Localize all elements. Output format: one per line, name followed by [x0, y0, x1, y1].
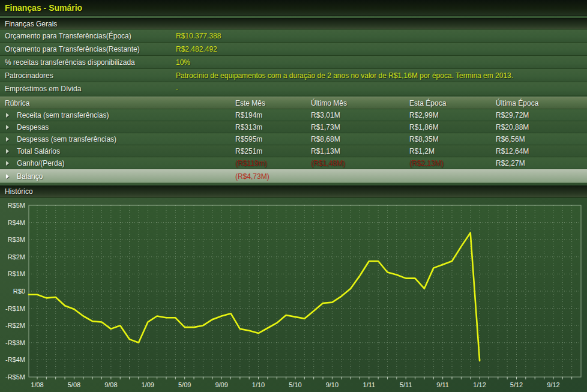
expand-arrow-icon[interactable] [6, 174, 9, 179]
section-financas-gerais: Finanças Gerais [0, 18, 587, 29]
row-label: Balanço [17, 172, 43, 181]
line-chart-canvas: R$5MR$4MR$3MR$2MR$1MR$0-R$1M-R$2M-R$3M-R… [0, 198, 587, 392]
cell-value: R$1,86M [409, 123, 439, 131]
table-row-ganho-perda[interactable]: Ganho/(Perda) (R$119m) (R$1,48M) (R$2,13… [0, 157, 587, 169]
kv-row-emprestimos: Empréstimos em Dívida - [0, 82, 587, 95]
svg-text:1/08: 1/08 [31, 381, 43, 388]
svg-text:R$4M: R$4M [8, 219, 25, 226]
table-row-despesas[interactable]: Despesas R$313m R$1,73M R$1,86M R$20,88M [0, 121, 587, 133]
cell-value: R$8,35M [409, 135, 439, 143]
svg-text:9/10: 9/10 [326, 381, 339, 388]
table-row-balanco[interactable]: Balanço (R$4,73M) [0, 169, 587, 183]
row-label: Total Salários [17, 147, 60, 155]
expand-arrow-icon[interactable] [6, 137, 9, 142]
svg-text:-R$3M: -R$3M [5, 339, 25, 346]
svg-text:1/09: 1/09 [142, 381, 154, 388]
cell-value-negative: (R$2,13M) [409, 159, 444, 167]
svg-text:9/11: 9/11 [436, 381, 449, 388]
cell-value: R$20,88M [496, 123, 529, 131]
cell-value: R$2,27M [496, 159, 525, 167]
svg-text:1/12: 1/12 [473, 381, 486, 388]
cell-value: R$29,72M [496, 111, 529, 119]
kv-value: 10% [176, 58, 190, 67]
svg-text:5/11: 5/11 [400, 381, 412, 388]
cell-value: R$2,99M [409, 111, 439, 119]
svg-text:-R$2M: -R$2M [5, 322, 25, 329]
cell-value: R$1,73M [311, 123, 340, 131]
row-label: Receita (sem transferências) [17, 111, 109, 119]
svg-text:9/09: 9/09 [215, 381, 227, 388]
row-label: Despesas (sem transferências) [17, 135, 116, 143]
column-header-este-mes: Este Mês [235, 99, 265, 107]
table-header: Rúbrica Este Mês Último Mês Esta Época Ú… [0, 97, 587, 109]
kv-value: Patrocínio de equipamentos com a duração… [176, 71, 513, 80]
cell-value: R$313m [235, 123, 262, 131]
svg-text:R$0: R$0 [13, 288, 25, 295]
section-historico: Histórico [0, 185, 587, 198]
kv-label: Orçamento para Transferências(Restante) [5, 45, 140, 53]
svg-text:5/08: 5/08 [68, 381, 80, 388]
expand-arrow-icon[interactable] [6, 149, 9, 154]
svg-text:1/10: 1/10 [252, 381, 265, 388]
svg-text:5/12: 5/12 [510, 381, 523, 388]
y-axis-labels: R$5MR$4MR$3MR$2MR$1MR$0-R$1M-R$2M-R$3M-R… [5, 202, 25, 381]
x-axis-labels: 1/085/089/081/095/099/091/105/109/101/11… [31, 381, 559, 388]
column-header-ultimo-mes: Último Mês [311, 99, 347, 107]
section-financas-gerais-label: Finanças Gerais [5, 20, 57, 28]
svg-text:-R$5M: -R$5M [5, 373, 25, 381]
balance-history-chart: R$5MR$4MR$3MR$2MR$1MR$0-R$1M-R$2M-R$3M-R… [0, 198, 587, 392]
kv-row-orcamento-restante: Orçamento para Transferências(Restante) … [0, 43, 587, 56]
svg-text:5/10: 5/10 [289, 381, 301, 388]
cell-value: R$8,68M [311, 135, 340, 143]
cell-value-negative: (R$4,73M) [235, 172, 269, 181]
svg-text:R$1M: R$1M [8, 270, 25, 277]
kv-value: - [176, 85, 178, 93]
cell-value: R$3,01M [311, 111, 340, 119]
column-header-rubrica: Rúbrica [5, 99, 29, 107]
svg-text:R$2M: R$2M [8, 253, 25, 261]
expand-arrow-icon[interactable] [6, 161, 9, 166]
column-header-esta-epoca: Esta Época [409, 99, 446, 107]
kv-row-percent-receitas: % receitas transferências disponibilizad… [0, 56, 587, 69]
table-row-receita[interactable]: Receita (sem transferências) R$194m R$3,… [0, 109, 587, 121]
kv-row-orcamento-epoca: Orçamento para Transferências(Época) R$1… [0, 29, 587, 43]
cell-value: R$1,2M [409, 147, 435, 155]
cell-value: R$194m [235, 111, 262, 119]
svg-text:-R$4M: -R$4M [5, 356, 25, 363]
svg-text:9/08: 9/08 [104, 381, 117, 388]
finances-summary-screen: Finanças - Sumário Finanças Gerais Orçam… [0, 0, 587, 392]
kv-row-patrocinadores: Patrocinadores Patrocínio de equipamento… [0, 69, 587, 82]
page-title-bar: Finanças - Sumário [0, 0, 587, 16]
row-label: Despesas [17, 123, 49, 131]
cell-value: R$6,56M [496, 135, 525, 143]
cell-value: R$251m [235, 147, 262, 155]
kv-label: Empréstimos em Dívida [5, 85, 81, 93]
kv-label: Patrocinadores [5, 71, 53, 80]
kv-label: Orçamento para Transferências(Época) [5, 32, 131, 40]
cell-value-negative: (R$119m) [235, 159, 266, 167]
page-title: Finanças - Sumário [5, 3, 82, 13]
svg-text:R$5M: R$5M [8, 202, 25, 209]
section-historico-label: Histórico [5, 187, 33, 196]
row-label: Ganho/(Perda) [17, 159, 64, 167]
column-header-ultima-epoca: Última Época [496, 99, 538, 107]
kv-value: R$10.377.388 [176, 32, 221, 40]
svg-text:R$3M: R$3M [8, 236, 25, 243]
kv-label: % receitas transferências disponibilizad… [5, 58, 135, 67]
svg-text:9/12: 9/12 [547, 381, 559, 388]
cell-value: R$1,13M [311, 147, 340, 155]
svg-text:-R$1M: -R$1M [5, 305, 25, 312]
cell-value: R$12,64M [496, 147, 529, 155]
x-axis-ticks [37, 377, 572, 379]
kv-value: R$2.482.492 [176, 45, 217, 53]
cell-value: R$595m [235, 135, 262, 143]
svg-text:1/11: 1/11 [363, 381, 376, 388]
expand-arrow-icon[interactable] [6, 113, 9, 118]
table-row-despesas-sem-transf[interactable]: Despesas (sem transferências) R$595m R$8… [0, 133, 587, 145]
svg-text:5/09: 5/09 [178, 381, 191, 388]
expand-arrow-icon[interactable] [6, 125, 9, 130]
table-row-total-salarios[interactable]: Total Salários R$251m R$1,13M R$1,2M R$1… [0, 145, 587, 157]
cell-value-negative: (R$1,48M) [311, 159, 345, 167]
